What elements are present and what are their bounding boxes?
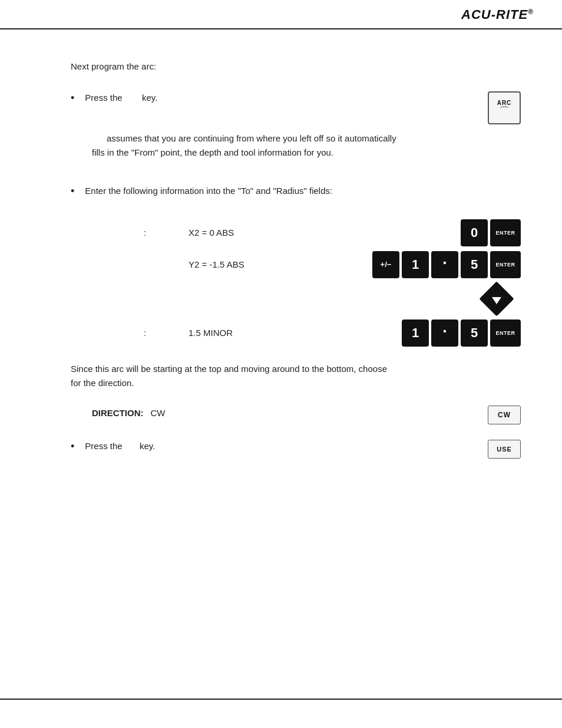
bullet2-left: • Enter the following information into t…: [71, 185, 397, 206]
x2-colon: :: [118, 228, 153, 238]
key-five-r: 5: [461, 319, 488, 347]
bullet1-dot: •: [71, 92, 74, 104]
bullet3: • Press the key.: [71, 440, 397, 453]
key-enter-y2: ENTER: [490, 251, 521, 278]
arrow-down-svg: [491, 292, 502, 305]
bullet3-left: • Press the key.: [71, 440, 397, 462]
key-zero: 0: [461, 219, 488, 246]
arc-key-icon: ⌒: [499, 106, 510, 117]
top-border: [0, 28, 562, 29]
direction-para-row: Since this arc will be starting at the t…: [71, 362, 527, 398]
section-heading: Next program the arc:: [71, 61, 397, 71]
y2-left: Y2 = -1.5 ABS: [71, 259, 397, 269]
bullet3-text: Press the key.: [85, 440, 155, 453]
direction-value: CW: [151, 408, 166, 418]
bullet3-dot: •: [71, 440, 74, 453]
x2-right: 0 ENTER: [397, 219, 527, 246]
cw-key: CW: [488, 406, 521, 424]
svg-marker-0: [492, 297, 501, 304]
key-enter-radius: ENTER: [490, 319, 521, 347]
arc-key-text: ARC: [497, 100, 512, 106]
y2-row: Y2 = -1.5 ABS +/− 1 · 5 ENTER: [71, 251, 527, 278]
y2-value: Y2 = -1.5 ABS: [153, 259, 244, 269]
direction-row: DIRECTION: CW CW: [71, 406, 527, 424]
x2-value: X2 = 0 ABS: [153, 228, 234, 238]
bullet3-row: • Press the key. USE: [71, 440, 527, 462]
bullet1-row: • Press the key. ARC ⌒: [71, 91, 527, 124]
arrow-down-key: [481, 283, 513, 315]
x2-keys: 0 ENTER: [461, 219, 521, 246]
key-enter-x2: ENTER: [490, 219, 521, 246]
bullet1: • Press the key.: [71, 91, 397, 105]
direction-label-row: DIRECTION: CW: [92, 408, 397, 418]
radius-keys: 1 · 5 ENTER: [402, 319, 521, 347]
info-paragraph: assumes that you are continuing from whe…: [92, 131, 397, 160]
direction-label: DIRECTION:: [92, 408, 144, 418]
key-dot: ·: [431, 251, 458, 278]
radius-left: : 1.5 MINOR: [71, 328, 397, 338]
info-para-left: assumes that you are continuing from whe…: [71, 131, 397, 172]
x2-left: : X2 = 0 ABS: [71, 228, 397, 238]
direction-right: CW: [397, 406, 527, 424]
bullet1-text: Press the key.: [85, 91, 157, 105]
brand-name: ACU-RITE®: [461, 7, 534, 22]
bullet1-right: ARC ⌒: [397, 91, 527, 124]
arrow-right: [397, 283, 527, 315]
section-heading-row: Next program the arc:: [71, 57, 527, 84]
info-para-row: assumes that you are continuing from whe…: [71, 131, 527, 172]
direction-para-left: Since this arc will be starting at the t…: [71, 362, 397, 398]
direction-paragraph: Since this arc will be starting at the t…: [71, 362, 397, 390]
x2-row: : X2 = 0 ABS 0 ENTER: [71, 219, 527, 246]
brand-header: ACU-RITE®: [461, 7, 534, 22]
y2-right: +/− 1 · 5 ENTER: [397, 251, 527, 278]
section-heading-left: Next program the arc:: [71, 57, 397, 84]
bottom-border: [0, 699, 562, 700]
key-one: 1: [402, 251, 429, 278]
arrow-icon: [491, 292, 502, 305]
radius-row: : 1.5 MINOR 1 · 5 ENTER: [71, 319, 527, 347]
page-content: Next program the arc: • Press the key. A…: [0, 40, 562, 693]
bullet1-left: • Press the key.: [71, 91, 397, 113]
key-five: 5: [461, 251, 488, 278]
bullet3-right: USE: [397, 440, 527, 459]
bullet2-text: Enter the following information into the…: [85, 185, 332, 198]
use-key: USE: [488, 440, 521, 459]
radius-colon: :: [118, 328, 153, 338]
arc-key: ARC ⌒: [488, 91, 521, 124]
radius-right: 1 · 5 ENTER: [397, 319, 527, 347]
bullet2-row: • Enter the following information into t…: [71, 185, 527, 206]
direction-left: DIRECTION: CW: [71, 408, 397, 421]
radius-value: 1.5 MINOR: [153, 328, 233, 338]
bullet2: • Enter the following information into t…: [71, 185, 397, 198]
arrow-row: [71, 283, 527, 315]
bullet2-dot: •: [71, 185, 74, 197]
y2-keys: +/− 1 · 5 ENTER: [372, 251, 521, 278]
key-sign: +/−: [372, 251, 399, 278]
key-one-r: 1: [402, 319, 429, 347]
key-dot-r: ·: [431, 319, 458, 347]
